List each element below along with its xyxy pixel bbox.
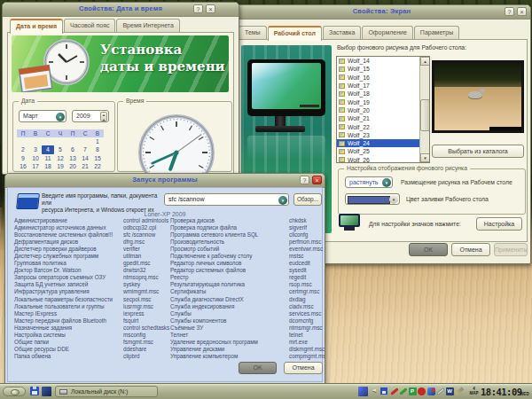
red-pencil-tray-icon[interactable] [390, 387, 398, 395]
run-command-row[interactable]: Назначенные задания control schedtasks [14, 325, 172, 332]
run-command-row[interactable]: Служба диагностики DirectX dxdiag [170, 296, 325, 303]
ok-button[interactable]: OK [239, 362, 277, 374]
wallpaper-list-item[interactable]: Wolf_22 [337, 122, 429, 130]
wallpaper-list-item[interactable]: Wolf_19 [337, 98, 429, 106]
icons-setup-button[interactable]: Настройка [476, 217, 522, 231]
display-titlebar[interactable]: Свойства: Экран ? × [233, 5, 530, 20]
month-select[interactable]: Март ▾ [19, 110, 66, 122]
tab[interactable]: Темы [239, 26, 267, 39]
wallpaper-list-item[interactable]: Wolf_17 [337, 82, 429, 90]
calendar-day[interactable]: 19 [54, 162, 66, 170]
tab[interactable]: Заставка [323, 26, 361, 39]
calendar-day[interactable]: 21 [79, 162, 91, 170]
wallpaper-list-item[interactable]: Wolf_20 [337, 106, 429, 114]
spinner-icons[interactable]: ▲▼ [100, 112, 107, 121]
run-command-row[interactable]: Служба индексирования ciadv.msc [170, 303, 325, 310]
wallpaper-list-item[interactable]: Wolf_23 [337, 131, 429, 139]
calendar-day[interactable] [42, 137, 54, 145]
run-command-row[interactable]: Производительность perfmon.msc [170, 239, 325, 246]
calendar-day[interactable]: 4 [42, 145, 54, 153]
help-button[interactable]: ? [193, 4, 203, 13]
floppy-tray-icon[interactable] [380, 387, 388, 395]
calendar-day[interactable] [54, 137, 66, 145]
wallpaper-list-item[interactable]: Wolf_15 [337, 65, 429, 73]
calendar-day[interactable]: 22 [91, 162, 104, 170]
player-tray-icon[interactable] [427, 387, 435, 395]
calendar-day[interactable]: 7 [79, 145, 91, 153]
tab[interactable]: Дата и время [10, 19, 63, 34]
run-command-row[interactable]: Проверка подписи файла sigverif [170, 224, 325, 231]
wallpaper-list-scrollbar[interactable]: ▲ ▼ [419, 57, 429, 162]
run-command-row[interactable]: Мастер передачи файлов Bluetooth fsquirt [14, 317, 172, 325]
run-command-row[interactable]: Восстановление системных файлов!!! sfc /… [14, 231, 172, 239]
help-button[interactable]: ? [505, 7, 514, 16]
calendar-day[interactable] [79, 137, 91, 145]
run-command-row[interactable]: Удаление вредоносных программ mrt.exe [170, 339, 325, 346]
run-command-row[interactable]: Телнет telnet [170, 332, 325, 339]
close-icon[interactable]: × [517, 7, 527, 16]
run-command-row[interactable]: Службы services.msc [170, 310, 325, 317]
calendar-day[interactable]: 16 [17, 162, 29, 170]
run-command-row[interactable]: Запросы операторов съемных ОЗУ ntmsoprq.… [14, 274, 172, 281]
run-command-row[interactable]: Администрирование control admintools [14, 217, 172, 224]
tab[interactable]: Параметры [414, 26, 459, 39]
year-stepper[interactable]: 2009 ▲▼ [72, 110, 109, 122]
scrollbar-thumb[interactable] [420, 99, 430, 131]
run-command-row[interactable]: Дефрагментация дисков dfrg.msc [14, 239, 172, 246]
scroll-up-icon[interactable]: ▲ [420, 57, 430, 66]
wallpaper-list-item[interactable]: Wolf_18 [337, 90, 429, 98]
run-command-row[interactable]: Программа сетевого клиента SQL cliconfg [170, 231, 325, 239]
calendar-day[interactable]: 20 [66, 162, 79, 170]
help-button[interactable]: ? [300, 176, 309, 184]
calendar-day[interactable]: 14 [79, 154, 91, 162]
ok-button[interactable]: OK [409, 243, 448, 256]
wallpaper-list-item[interactable]: Wolf_25 [337, 147, 429, 155]
cancel-button[interactable]: Отмена [284, 362, 323, 374]
record-tray-icon[interactable] [418, 387, 426, 395]
wallpaper-list-item[interactable]: Wolf_21 [337, 114, 429, 122]
cancel-button[interactable]: Отмена [451, 243, 490, 256]
chevron-down-icon[interactable]: ▾ [278, 196, 287, 205]
wallpaper-list-item[interactable]: Wolf_14 [337, 57, 429, 65]
wallpaper-list-item[interactable]: Wolf_26 [337, 156, 429, 163]
run-command-row[interactable]: Общие папки fsmgmt.msc [14, 339, 172, 346]
run-command-row[interactable]: Общие ресурсы DDE ddeshare [14, 346, 172, 353]
tab[interactable]: Время Интернета [116, 19, 179, 32]
run-command-row[interactable]: Доктор Ватсон Dr. Watson drwtsn32 [14, 267, 172, 274]
tab[interactable]: Оформление [362, 26, 412, 39]
calendar-day[interactable]: 5 [54, 145, 66, 153]
wallpaper-list-item[interactable]: Wolf_24 [337, 139, 429, 147]
tray-clock[interactable]: 18:41:09 [481, 387, 522, 397]
ruler-tray-icon[interactable] [455, 387, 463, 395]
quicklaunch-app-icon[interactable] [42, 387, 51, 396]
calendar-day[interactable]: 12 [54, 154, 66, 162]
browse-catalog-button[interactable]: Выбрать из каталога [432, 145, 524, 158]
tab[interactable]: Рабочий стол [268, 26, 322, 41]
run-command-row[interactable]: Настройка системы msconfig [14, 332, 172, 339]
run-command-row[interactable]: Диспетчер проверки драйверов verifier [14, 246, 172, 253]
hide-tray-icons-chevron[interactable]: ◄ [372, 387, 377, 393]
calendar-day[interactable]: 15 [91, 154, 104, 162]
run-command-row[interactable]: Редактор личных символов eudcedit [170, 260, 325, 267]
close-icon[interactable]: × [312, 176, 322, 184]
tray-date[interactable]: 4МАР [468, 387, 480, 395]
run-command-row[interactable]: Результатирующая политика rsop.msc [170, 281, 325, 288]
calendar-day[interactable]: 2 [17, 145, 29, 153]
calendar-day[interactable]: 13 [66, 154, 79, 162]
run-command-row[interactable]: Реестр regedit [170, 274, 325, 281]
datetime-titlebar[interactable]: Свойства: Дата и время ? × [3, 3, 239, 17]
chevron-down-icon[interactable]: ▾ [389, 195, 398, 204]
run-titlebar[interactable]: Запуск программы ? × [5, 174, 325, 188]
calendar-day[interactable]: 8 [91, 145, 104, 153]
calendar-day[interactable]: 17 [29, 162, 42, 170]
calendar-day[interactable]: 10 [29, 154, 42, 162]
run-command-row[interactable]: Диспетчер служебных программ utilman [14, 253, 172, 260]
tray-app-icon[interactable] [358, 387, 368, 396]
calendar-day[interactable]: 3 [29, 145, 42, 153]
run-command-row[interactable]: Администратор источников данных odbccp32… [14, 224, 172, 231]
calendar-day[interactable]: 11 [42, 154, 54, 162]
torrent-tray-icon[interactable]: P [409, 387, 417, 395]
run-command-row[interactable]: Управление компьютером compmgmt.msc [170, 353, 325, 360]
wallpaper-list-item[interactable]: Wolf_16 [337, 74, 429, 82]
chevron-down-icon[interactable]: ▾ [56, 113, 65, 121]
